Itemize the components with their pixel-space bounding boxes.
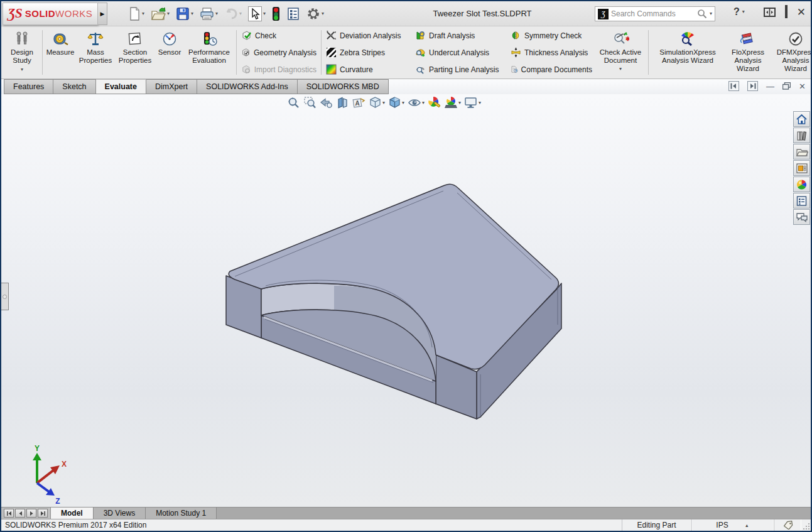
pane-right-icon: [749, 83, 756, 89]
dropdown-caret-icon[interactable]: ▾: [167, 11, 170, 16]
tab-solidworks-mbd-label: SOLIDWORKS MBD: [306, 82, 379, 91]
solidworks-logo[interactable]: ƷS SOLIDWORKS: [3, 3, 98, 25]
save-button[interactable]: ▾: [174, 6, 195, 22]
dropdown-caret-icon[interactable]: ▾: [142, 11, 144, 16]
doc-tab-motion-study[interactable]: Motion Study 1: [146, 508, 217, 519]
tab-sketch[interactable]: Sketch: [53, 79, 95, 94]
file-properties-button[interactable]: [284, 6, 302, 22]
dropdown-caret-icon[interactable]: ▾: [263, 11, 266, 16]
simulationxpress-wizard-button[interactable]: SimulationXpress Analysis Wizard: [651, 28, 725, 77]
mass-properties-button[interactable]: Mass Properties: [76, 28, 115, 77]
undercut-analysis-button[interactable]: Undercut Analysis: [415, 45, 506, 60]
options-button[interactable]: ▾: [305, 6, 326, 22]
dropdown-caret-icon[interactable]: ▾: [619, 67, 622, 72]
new-document-icon: [128, 7, 141, 21]
triad-y-label: Y: [35, 444, 40, 453]
solidworks-search-icon: Ʒ: [598, 9, 609, 19]
doc-tab-motion-study-label: Motion Study 1: [156, 509, 206, 518]
deviation-analysis-label: Deviation Analysis: [340, 31, 401, 40]
section-properties-label: Section Properties: [115, 48, 155, 65]
tab-solidworks-addins[interactable]: SOLIDWORKS Add-Ins: [197, 79, 298, 94]
thickness-analysis-button[interactable]: Thickness Analysis: [511, 45, 592, 60]
check-button[interactable]: Check: [241, 28, 317, 43]
design-study-button[interactable]: Design Study ▾: [4, 28, 40, 77]
draft-analysis-button[interactable]: Draft Analysis: [415, 28, 506, 43]
doc-tab-3d-views[interactable]: 3D Views: [94, 508, 146, 519]
check-active-document-label: Check Active Document: [595, 48, 646, 65]
curvature-button[interactable]: Curvature: [326, 62, 410, 77]
search-input[interactable]: [611, 9, 695, 18]
status-tag-button[interactable]: [774, 519, 801, 531]
help-caret-icon[interactable]: ▾: [742, 9, 745, 14]
tab-scroll-next-button[interactable]: [26, 509, 36, 518]
title-bar: ƷS SOLIDWORKS ▶ ▾ ▾ ▾ ▾ ▾: [1, 1, 811, 26]
tag-icon: [783, 521, 793, 529]
part-model-tweezer-slot[interactable]: Y X Z: [1, 94, 811, 507]
dfmxpress-wizard-button[interactable]: DFMXpress Analysis Wizard: [771, 28, 811, 77]
span-displays-button[interactable]: [764, 8, 776, 17]
doc-close-button[interactable]: ✕: [799, 82, 806, 90]
open-icon: [151, 7, 166, 21]
print-button[interactable]: ▾: [198, 6, 220, 22]
tab-dimxpert[interactable]: DimXpert: [146, 79, 197, 94]
performance-evaluation-button[interactable]: Performance Evaluation: [184, 28, 234, 77]
status-units-selector[interactable]: IPS ▲: [691, 519, 774, 531]
maximize-button[interactable]: [785, 6, 788, 18]
open-button[interactable]: ▾: [149, 6, 171, 22]
select-tool-pressed-box: [248, 6, 262, 21]
thickness-analysis-icon: [511, 47, 521, 58]
compare-documents-button[interactable]: ? Compare Documents: [511, 62, 592, 77]
section-properties-button[interactable]: Section Properties: [115, 28, 155, 77]
parting-line-analysis-label: Parting Line Analysis: [429, 65, 499, 74]
dropdown-caret-icon[interactable]: ▾: [322, 11, 324, 16]
doc-minimize-button[interactable]: —: [766, 82, 774, 90]
compare-documents-label: Compare Documents: [521, 65, 592, 74]
performance-evaluation-icon: [201, 31, 217, 46]
parting-line-analysis-button[interactable]: Parting Line Analysis: [415, 62, 506, 77]
dropdown-caret-icon[interactable]: ▾: [191, 11, 193, 16]
new-document-button[interactable]: ▾: [126, 6, 146, 22]
tab-scroll-prev-button[interactable]: [15, 509, 25, 518]
dropdown-caret-icon[interactable]: ▾: [21, 67, 23, 72]
tab-solidworks-mbd[interactable]: SOLIDWORKS MBD: [298, 79, 389, 94]
pane-left-icon: [730, 83, 737, 89]
print-icon: [200, 7, 214, 21]
doc-tab-model[interactable]: Model: [51, 508, 94, 519]
dropdown-caret-icon[interactable]: ▾: [215, 11, 218, 16]
graphics-viewport[interactable]: A ▾ ▾ ▾ ▾ ▾: [1, 94, 811, 507]
logo-text-light: WORKS: [55, 8, 92, 19]
close-button[interactable]: ✕: [797, 7, 806, 18]
floxpress-wizard-label: FloXpress Analysis Wizard: [725, 48, 771, 73]
collapse-pane-right-button[interactable]: [747, 81, 758, 91]
search-commands-box[interactable]: Ʒ ▾: [595, 6, 715, 21]
deviation-analysis-button[interactable]: Deviation Analysis: [326, 28, 410, 43]
resize-grip[interactable]: [803, 523, 810, 530]
tab-scroll-last-button[interactable]: [38, 509, 48, 518]
help-label: ?: [734, 6, 740, 18]
tab-dimxpert-label: DimXpert: [155, 82, 188, 91]
sensor-button[interactable]: Sensor: [155, 28, 184, 77]
measure-button[interactable]: Measure: [45, 28, 76, 77]
zebra-stripes-button[interactable]: Zebra Stripes: [326, 45, 410, 60]
status-units-label: IPS: [716, 521, 728, 529]
tab-features[interactable]: Features: [4, 79, 53, 94]
rebuild-button[interactable]: [270, 5, 282, 23]
geometry-analysis-button[interactable]: Geometry Analysis: [241, 45, 317, 60]
status-edition-text: SOLIDWORKS Premium 2017 x64 Edition: [1, 521, 146, 529]
doc-tab-model-label: Model: [61, 509, 83, 518]
tab-evaluate[interactable]: Evaluate: [96, 79, 146, 94]
menu-flyout-button[interactable]: ▶: [98, 3, 107, 25]
collapse-pane-left-button[interactable]: [728, 81, 739, 91]
prev-tab-icon: [18, 511, 23, 516]
symmetry-check-button[interactable]: Symmetry Check: [511, 28, 592, 43]
parting-line-analysis-icon: [415, 64, 426, 75]
doc-restore-button[interactable]: [782, 82, 791, 90]
select-tool-button[interactable]: ▾: [246, 5, 268, 23]
search-magnifier-icon[interactable]: [697, 9, 707, 19]
tab-scroll-first-button[interactable]: [4, 509, 14, 518]
search-dropdown-caret-icon[interactable]: ▾: [710, 11, 712, 16]
check-active-document-button[interactable]: ✱ Check Active Document ▾: [595, 28, 646, 77]
geometry-analysis-icon: [241, 47, 251, 58]
floxpress-wizard-button[interactable]: FloXpress Analysis Wizard: [725, 28, 771, 77]
help-button[interactable]: ?▾: [734, 6, 745, 18]
